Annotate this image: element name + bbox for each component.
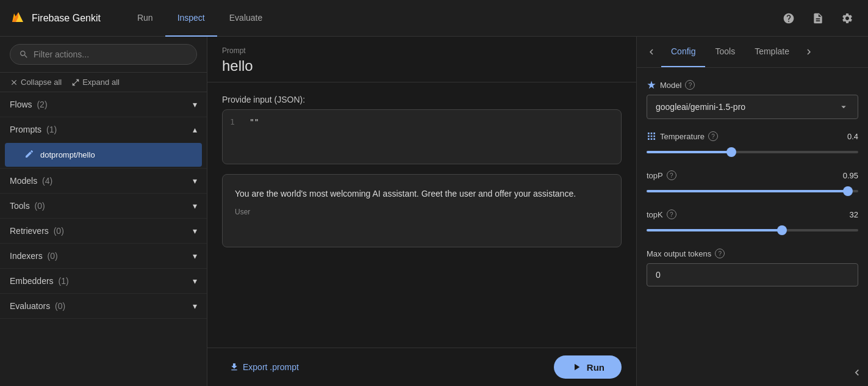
prompt-item-label: dotprompt/hello [40, 150, 95, 159]
input-label: Provide input (JSON): [222, 95, 622, 104]
export-button[interactable]: Export .prompt [222, 357, 306, 377]
search-icon [19, 49, 29, 59]
temperature-fill [647, 151, 731, 153]
temperature-info-icon[interactable]: ? [708, 131, 718, 141]
evaluators-section-header[interactable]: Evaluators (0) ▾ [0, 294, 207, 318]
model-sparkle-icon [647, 80, 656, 90]
panel-next-button[interactable] [799, 42, 819, 62]
topp-label: topP ? [647, 170, 676, 180]
temperature-thumb[interactable] [726, 147, 736, 157]
json-editor[interactable]: 1 "" [222, 109, 622, 164]
topk-config-row: topK ? 32 [647, 209, 858, 236]
topk-info-icon[interactable]: ? [667, 209, 676, 219]
tools-section-header[interactable]: Tools (0) ▾ [0, 194, 207, 218]
right-panel: Config Tools Template Model ? [636, 37, 868, 386]
expand-all-button[interactable]: Expand all [71, 78, 120, 87]
retrievers-label: Retrievers (0) [10, 226, 64, 236]
max-tokens-info-icon[interactable]: ? [715, 249, 725, 258]
nav-icons [778, 7, 858, 29]
indexers-chevron-icon: ▾ [193, 251, 197, 261]
flows-label: Flows (2) [10, 100, 48, 109]
document-icon [812, 12, 824, 24]
temperature-label-row: Temperature ? 0.4 [647, 131, 858, 141]
temperature-label: Temperature ? [647, 131, 718, 141]
settings-icon-btn[interactable] [836, 7, 858, 29]
document-icon-btn[interactable] [807, 7, 829, 29]
topp-label-row: topP ? 0.95 [647, 170, 858, 180]
model-value: googleai/gemini-1.5-pro [656, 102, 745, 112]
retrievers-chevron-icon: ▾ [193, 226, 197, 236]
prompt-file-icon [24, 149, 34, 161]
model-dropdown-icon [838, 101, 849, 112]
search-box[interactable] [10, 44, 197, 65]
right-panel-tabs: Config Tools Template [637, 37, 868, 68]
content-footer: Export .prompt Run [207, 348, 636, 386]
prompts-section-header[interactable]: Prompts (1) ▴ [0, 117, 207, 142]
expand-icon [71, 78, 80, 87]
tools-chevron-icon: ▾ [193, 201, 197, 211]
flows-section-header[interactable]: Flows (2) ▾ [0, 92, 207, 117]
sidebar-section-indexers: Indexers (0) ▾ [0, 244, 207, 269]
topp-track [647, 190, 858, 192]
embedders-section-header[interactable]: Embedders (1) ▾ [0, 269, 207, 293]
prompt-block: You are the world's most welcoming AI as… [222, 174, 622, 247]
models-chevron-icon: ▾ [193, 176, 197, 186]
topk-track [647, 229, 858, 231]
topp-config-row: topP ? 0.95 [647, 170, 858, 197]
sidebar-item-dotprompt-hello[interactable]: dotprompt/hello [5, 143, 202, 167]
topk-slider[interactable] [647, 224, 858, 236]
json-value[interactable]: "" [249, 117, 614, 156]
topp-value: 0.95 [843, 171, 858, 180]
max-tokens-label: Max output tokens ? [647, 249, 858, 258]
tab-template[interactable]: Template [745, 37, 799, 67]
evaluators-label: Evaluators (0) [10, 301, 65, 311]
tab-config[interactable]: Config [661, 37, 705, 67]
prompts-label: Prompts (1) [10, 125, 57, 134]
search-input[interactable] [34, 49, 188, 59]
temperature-config-row: Temperature ? 0.4 [647, 131, 858, 158]
temperature-icon [647, 131, 656, 141]
retrievers-section-header[interactable]: Retrievers (0) ▾ [0, 219, 207, 243]
temperature-slider[interactable] [647, 146, 858, 158]
sidebar: Collapse all Expand all Flows (2) ▾ Prom… [0, 37, 207, 386]
topp-thumb[interactable] [843, 186, 853, 196]
help-icon-btn[interactable] [778, 7, 800, 29]
temperature-value: 0.4 [847, 132, 858, 141]
model-info-icon[interactable]: ? [685, 80, 695, 90]
flows-chevron-icon: ▾ [193, 100, 197, 109]
sidebar-section-retrievers: Retrievers (0) ▾ [0, 219, 207, 244]
brand-name: Firebase Genkit [32, 13, 101, 24]
nav-tab-run[interactable]: Run [125, 0, 165, 37]
topp-info-icon[interactable]: ? [667, 170, 676, 180]
sidebar-section-models: Models (4) ▾ [0, 169, 207, 194]
indexers-section-header[interactable]: Indexers (0) ▾ [0, 244, 207, 268]
max-tokens-input[interactable] [647, 263, 858, 286]
tab-tools[interactable]: Tools [705, 37, 745, 67]
model-config-row: Model ? googleai/gemini-1.5-pro [647, 80, 858, 119]
model-label: Model ? [647, 80, 858, 90]
sidebar-section-evaluators: Evaluators (0) ▾ [0, 294, 207, 319]
panel-prev-button[interactable] [642, 42, 661, 62]
indexers-label: Indexers (0) [10, 251, 58, 261]
topk-label-row: topK ? 32 [647, 209, 858, 219]
model-select[interactable]: googleai/gemini-1.5-pro [647, 95, 858, 119]
models-section-header[interactable]: Models (4) ▾ [0, 169, 207, 193]
breadcrumb: Prompt [222, 46, 622, 55]
page-title: hello [222, 57, 622, 75]
nav-tab-inspect[interactable]: Inspect [165, 0, 217, 37]
topp-slider[interactable] [647, 185, 858, 197]
help-icon [783, 12, 795, 24]
chevron-left-icon [646, 46, 657, 57]
export-icon [229, 362, 239, 372]
sidebar-section-tools: Tools (0) ▾ [0, 194, 207, 219]
sidebar-section-embedders: Embedders (1) ▾ [0, 269, 207, 294]
temperature-track [647, 151, 858, 153]
line-number: 1 [230, 117, 242, 156]
nav-tab-evaluate[interactable]: Evaluate [217, 0, 274, 37]
run-button[interactable]: Run [554, 355, 622, 379]
topk-thumb[interactable] [777, 225, 787, 235]
prompt-text: You are the world's most welcoming AI as… [235, 187, 609, 200]
prompt-role: User [235, 208, 609, 216]
collapse-all-button[interactable]: Collapse all [10, 78, 62, 87]
max-tokens-config-row: Max output tokens ? [647, 249, 858, 286]
